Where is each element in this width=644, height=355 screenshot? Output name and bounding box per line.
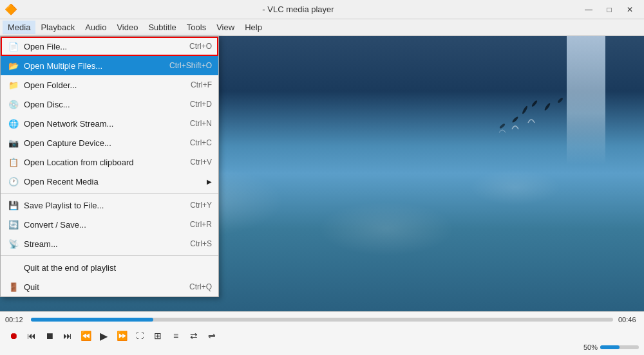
menu-video[interactable]: Video — [111, 21, 143, 34]
open-location-shortcut: Ctrl+V — [190, 158, 212, 167]
open-capture-label: Open Capture Device... — [24, 138, 184, 148]
fullscreen-button[interactable]: ⛶ — [131, 327, 148, 344]
open-file-icon: 📄 — [7, 40, 20, 53]
separator-2 — [1, 255, 218, 256]
playlist-button[interactable]: ≡ — [167, 327, 184, 344]
open-disc-label: Open Disc... — [24, 100, 184, 109]
open-disc-icon: 💿 — [7, 98, 20, 111]
vlc-icon: 🔶 — [5, 4, 17, 15]
open-location-label: Open Location from clipboard — [24, 158, 184, 167]
progress-track[interactable] — [31, 318, 613, 322]
stop-button[interactable]: ⏹ — [41, 327, 58, 344]
open-file-shortcut: Ctrl+O — [189, 42, 212, 51]
menu-open-capture[interactable]: 📷 Open Capture Device... Ctrl+C — [1, 133, 218, 152]
menu-open-disc[interactable]: 💿 Open Disc... Ctrl+D — [1, 95, 218, 114]
quit-label: Quit — [24, 282, 183, 292]
submenu-arrow: ▶ — [207, 178, 212, 185]
menu-open-folder[interactable]: 📁 Open Folder... Ctrl+F — [1, 75, 218, 95]
open-folder-label: Open Folder... — [24, 80, 184, 90]
open-network-shortcut: Ctrl+N — [190, 119, 212, 128]
open-location-icon: 📋 — [7, 156, 20, 168]
quit-icon: 🚪 — [7, 280, 20, 293]
menu-quit-playlist[interactable]: Quit at the end of playlist — [1, 258, 218, 277]
svg-point-4 — [544, 102, 551, 111]
open-multiple-icon: 📂 — [7, 59, 20, 72]
save-playlist-label: Save Playlist to File... — [24, 201, 184, 210]
menu-subtitle[interactable]: Subtitle — [143, 21, 181, 34]
open-capture-shortcut: Ctrl+C — [190, 138, 212, 147]
svg-point-3 — [499, 123, 506, 129]
open-disc-shortcut: Ctrl+D — [190, 100, 212, 109]
stream-label: Stream... — [24, 239, 184, 249]
quit-playlist-icon — [7, 261, 20, 274]
menu-open-recent[interactable]: 🕐 Open Recent Media ▶ — [1, 172, 218, 191]
play-pause-button[interactable]: ▶ — [95, 327, 112, 344]
menu-view[interactable]: View — [211, 21, 240, 34]
svg-point-2 — [531, 100, 538, 107]
menu-stream[interactable]: 📡 Stream... Ctrl+S — [1, 234, 218, 253]
stream-shortcut: Ctrl+S — [190, 239, 212, 248]
menubar: Media Playback Audio Video Subtitle Tool… — [0, 19, 644, 36]
menu-save-playlist[interactable]: 💾 Save Playlist to File... Ctrl+Y — [1, 196, 218, 215]
menu-open-file[interactable]: 📄 Open File... Ctrl+O — [1, 37, 218, 56]
svg-point-5 — [557, 97, 564, 104]
open-network-label: Open Network Stream... — [24, 119, 184, 129]
open-folder-icon: 📁 — [7, 78, 20, 91]
open-file-label: Open File... — [24, 42, 183, 51]
time-current: 00:12 — [5, 316, 26, 323]
volume-area: 50% — [583, 343, 639, 351]
stream-icon: 📡 — [7, 237, 20, 250]
menu-help[interactable]: Help — [240, 21, 267, 34]
frame-next-button[interactable]: ⏭ — [59, 327, 76, 344]
open-recent-label: Open Recent Media — [24, 177, 203, 187]
window-controls: — □ ✕ — [580, 3, 639, 16]
save-playlist-icon: 💾 — [7, 199, 20, 212]
menu-convert[interactable]: 🔄 Convert / Save... Ctrl+R — [1, 215, 218, 234]
skip-back-button[interactable]: ⏪ — [77, 327, 94, 344]
record-button[interactable]: ⏺ — [5, 327, 22, 344]
open-network-icon: 🌐 — [7, 117, 20, 130]
playback-controls: ⏺ ⏮ ⏹ ⏭ ⏪ ▶ ⏩ ⛶ ⊞ ≡ ⇄ ⇌ 50% — [0, 326, 644, 345]
titlebar: 🔶 - VLC media player — □ ✕ — [0, 0, 644, 19]
minimize-button[interactable]: — — [580, 3, 598, 16]
menu-open-location[interactable]: 📋 Open Location from clipboard Ctrl+V — [1, 152, 218, 172]
open-multiple-label: Open Multiple Files... — [24, 61, 163, 71]
save-playlist-shortcut: Ctrl+Y — [190, 201, 212, 210]
controls-area: 00:12 00:46 ⏺ ⏮ ⏹ ⏭ ⏪ ▶ ⏩ ⛶ ⊞ ≡ ⇄ ⇌ 50% — [0, 311, 644, 355]
volume-track[interactable] — [600, 345, 639, 349]
menu-audio[interactable]: Audio — [80, 21, 111, 34]
menu-open-multiple[interactable]: 📂 Open Multiple Files... Ctrl+Shift+O — [1, 56, 218, 75]
media-dropdown: 📄 Open File... Ctrl+O 📂 Open Multiple Fi… — [0, 36, 219, 297]
scene-overlay — [464, 68, 592, 165]
time-total: 00:46 — [618, 316, 639, 323]
convert-label: Convert / Save... — [24, 220, 184, 230]
volume-fill — [600, 345, 620, 349]
skip-fwd-button[interactable]: ⏩ — [113, 327, 130, 344]
menu-tools[interactable]: Tools — [182, 21, 211, 34]
menu-playback[interactable]: Playback — [35, 21, 80, 34]
frame-prev-button[interactable]: ⏮ — [23, 327, 40, 344]
extended-button[interactable]: ⊞ — [149, 327, 166, 344]
volume-label: 50% — [583, 343, 598, 351]
separator-1 — [1, 193, 218, 194]
convert-icon: 🔄 — [7, 218, 20, 231]
progress-fill — [31, 318, 153, 322]
window-title: - VLC media player — [17, 5, 580, 14]
open-folder-shortcut: Ctrl+F — [191, 80, 212, 89]
random-button[interactable]: ⇌ — [204, 327, 220, 344]
menu-open-network[interactable]: 🌐 Open Network Stream... Ctrl+N — [1, 114, 218, 133]
open-recent-icon: 🕐 — [7, 175, 20, 188]
close-button[interactable]: ✕ — [621, 3, 639, 16]
open-capture-icon: 📷 — [7, 136, 20, 149]
loop-button[interactable]: ⇄ — [185, 327, 202, 344]
svg-point-1 — [522, 105, 528, 114]
menu-media[interactable]: Media — [3, 21, 35, 34]
menu-quit[interactable]: 🚪 Quit Ctrl+Q — [1, 277, 218, 296]
quit-playlist-label: Quit at the end of playlist — [24, 263, 212, 273]
svg-point-0 — [511, 116, 518, 123]
quit-shortcut: Ctrl+Q — [189, 282, 212, 291]
progress-bar-container: 00:12 00:46 — [0, 312, 644, 326]
open-multiple-shortcut: Ctrl+Shift+O — [169, 61, 212, 70]
convert-shortcut: Ctrl+R — [190, 220, 212, 229]
maximize-button[interactable]: □ — [600, 3, 618, 16]
